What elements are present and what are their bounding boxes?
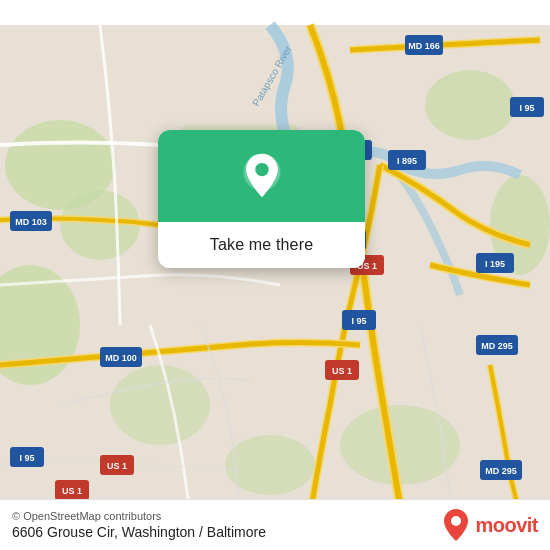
address-text: 6606 Grouse Cir, Washington / Baltimore: [12, 524, 266, 540]
svg-point-7: [110, 365, 210, 445]
location-pin-icon: [236, 152, 288, 204]
svg-text:I 95: I 95: [351, 316, 366, 326]
popup-card: Take me there: [158, 130, 365, 268]
svg-text:I 95: I 95: [519, 103, 534, 113]
svg-text:I 195: I 195: [485, 259, 505, 269]
svg-text:US 1: US 1: [107, 461, 127, 471]
svg-text:I 895: I 895: [397, 156, 417, 166]
svg-text:US 1: US 1: [332, 366, 352, 376]
svg-text:US 1: US 1: [62, 486, 82, 496]
osm-credit: © OpenStreetMap contributors: [12, 510, 266, 522]
bottom-bar: © OpenStreetMap contributors 6606 Grouse…: [0, 499, 550, 550]
bottom-left: © OpenStreetMap contributors 6606 Grouse…: [12, 510, 266, 540]
svg-text:MD 100: MD 100: [105, 353, 137, 363]
map-background: I 95 I 95 I 95 MD 166 I 895 US 1 US 1 US…: [0, 0, 550, 550]
moovit-logo: moovit: [442, 508, 538, 542]
svg-point-45: [451, 516, 461, 526]
svg-text:MD 166: MD 166: [408, 41, 440, 51]
popup-icon-area: [158, 130, 365, 222]
moovit-pin-icon: [442, 508, 470, 542]
svg-text:MD 295: MD 295: [481, 341, 513, 351]
svg-text:MD 103: MD 103: [15, 217, 47, 227]
map-container: I 95 I 95 I 95 MD 166 I 895 US 1 US 1 US…: [0, 0, 550, 550]
svg-point-4: [425, 70, 515, 140]
svg-point-44: [255, 163, 268, 176]
svg-text:MD 295: MD 295: [485, 466, 517, 476]
moovit-wordmark: moovit: [475, 514, 538, 537]
take-me-there-button[interactable]: Take me there: [158, 222, 365, 268]
svg-text:I 95: I 95: [19, 453, 34, 463]
